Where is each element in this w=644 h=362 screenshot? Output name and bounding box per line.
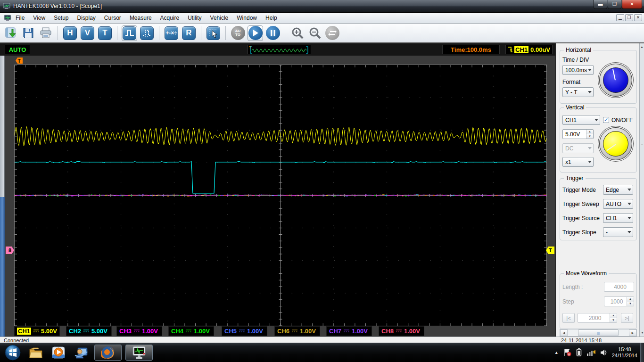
trigger-level-marker[interactable]: T xyxy=(546,247,554,254)
menu-item-file[interactable]: File xyxy=(11,13,29,23)
vertical-knob[interactable] xyxy=(599,127,632,160)
zoom-out-button[interactable] xyxy=(307,25,322,41)
channel-onoff-checkbox[interactable]: ✓ xyxy=(603,117,609,123)
trigger-slope-select[interactable]: - xyxy=(603,227,633,237)
scrollbar-grip-icon[interactable]: ≡ xyxy=(640,143,644,146)
app-status-bar: Connected 24-11-2014 15:48 xyxy=(0,337,644,343)
channel-label-ch3[interactable]: CH31.00V xyxy=(116,326,162,336)
menu-item-utility[interactable]: Utility xyxy=(183,13,206,23)
mdi-restore-button[interactable]: ❐ xyxy=(625,14,633,21)
scrollbar-thumb[interactable]: ||| xyxy=(578,329,619,336)
left-scrollbar[interactable] xyxy=(0,56,5,337)
trigger-source-select[interactable]: CH1 xyxy=(603,213,633,223)
scroll-up-arrow-icon[interactable]: ▲ xyxy=(640,45,644,49)
menu-item-measure[interactable]: Measure xyxy=(125,13,156,23)
show-desktop-button[interactable] xyxy=(640,343,644,362)
maximize-button[interactable]: ❐ xyxy=(608,0,621,9)
menu-item-view[interactable]: View xyxy=(29,13,50,23)
dc-coupling-icon xyxy=(292,329,297,333)
minimize-button[interactable]: ▬ xyxy=(594,0,607,9)
vertical-channel-select[interactable]: CH1 xyxy=(562,115,600,125)
battery-icon[interactable] xyxy=(576,348,582,356)
horizontal-panel-button[interactable]: H xyxy=(62,25,78,41)
channel-label-ch7[interactable]: CH71.00V xyxy=(326,326,372,336)
dropdown-arrow-icon xyxy=(627,217,631,221)
taskbar-messenger-button[interactable] xyxy=(72,345,91,361)
coupling-select[interactable]: DC xyxy=(562,143,594,153)
ch8-ground-marker[interactable]: 8 xyxy=(6,247,14,254)
refresh-button[interactable] xyxy=(324,25,340,41)
menu-item-help[interactable]: Help xyxy=(261,13,281,23)
trigger-mode-select[interactable]: Edge xyxy=(603,185,633,195)
move-first-button[interactable]: |< xyxy=(562,313,575,323)
trigger-panel-button[interactable]: T xyxy=(97,25,113,41)
channel-label-ch6[interactable]: CH61.00V xyxy=(274,326,320,336)
digital-mode-button[interactable] xyxy=(139,25,155,41)
vertical-panel-button[interactable]: V xyxy=(80,25,95,41)
menu-item-vehicle[interactable]: Vehicle xyxy=(206,13,233,23)
trigger-time-marker[interactable]: T xyxy=(16,58,23,64)
open-button[interactable] xyxy=(3,25,18,41)
probe-select[interactable]: x1 xyxy=(562,157,594,167)
v-letter-icon: V xyxy=(81,26,94,40)
menu-item-acquire[interactable]: Acquire xyxy=(156,13,184,23)
hidden-icons-arrow-icon[interactable]: ▲ xyxy=(554,350,559,355)
scroll-left-arrow-icon[interactable]: ◄ xyxy=(560,329,568,336)
spinner-arrows-icon[interactable]: ▲▼ xyxy=(586,130,593,139)
close-button[interactable]: ✕ xyxy=(622,0,642,9)
channel-name: CH6 xyxy=(277,328,289,335)
taskbar-mediaplayer-button[interactable] xyxy=(49,345,68,361)
scroll-right-arrow-icon[interactable]: ► xyxy=(629,329,636,336)
spinner-arrows-icon[interactable]: ▲▼ xyxy=(627,297,634,306)
taskbar-hantek-button[interactable] xyxy=(125,345,153,361)
action-center-flag-icon[interactable]: x xyxy=(563,348,571,356)
dropdown-arrow-icon xyxy=(588,91,592,95)
waveform-preview[interactable]: T xyxy=(248,45,311,54)
time-div-select[interactable]: 100.0ms xyxy=(562,65,594,75)
channel-label-ch1[interactable]: CH15.00V xyxy=(14,326,60,336)
run-button[interactable] xyxy=(248,25,263,41)
left-scrollbar-thumb[interactable] xyxy=(0,197,5,337)
math-button[interactable]: +-×÷ xyxy=(164,25,179,41)
speaker-icon[interactable] xyxy=(600,349,607,356)
channel-label-ch5[interactable]: CH51.00V xyxy=(222,326,267,336)
channel-name: CH5 xyxy=(224,328,237,335)
channel-volts: 5.00V xyxy=(91,328,107,335)
right-scrollbar[interactable]: ▲ ≡ ▼ xyxy=(639,43,644,337)
length-field[interactable]: 4000 xyxy=(604,282,634,292)
format-select[interactable]: Y - T xyxy=(562,87,594,97)
taskbar-clock[interactable]: 15:48 24/11/2014 xyxy=(612,346,637,359)
reference-button[interactable]: R xyxy=(181,25,197,41)
position-spinner[interactable]: 2000▲▼ xyxy=(578,313,617,323)
scroll-down-arrow-icon[interactable]: ▼ xyxy=(641,331,644,334)
menu-item-setup[interactable]: Setup xyxy=(50,13,73,23)
menu-item-window[interactable]: Window xyxy=(232,13,261,23)
save-button[interactable] xyxy=(20,25,36,41)
waveform-preview-svg: T xyxy=(248,45,311,54)
waveform-mode-button[interactable] xyxy=(122,25,137,41)
start-button[interactable] xyxy=(3,344,23,362)
autoset-button[interactable]: AUTO xyxy=(230,25,246,41)
panel-horizontal-scrollbar[interactable]: ◄ ||| ► xyxy=(560,329,637,337)
scope-plot[interactable] xyxy=(14,65,547,326)
channel-label-ch8[interactable]: CH81.00V xyxy=(379,326,424,336)
channel-label-ch2[interactable]: CH25.00V xyxy=(66,326,112,336)
volts-div-spinner[interactable]: 5.00V▲▼ xyxy=(562,129,594,139)
taskbar-explorer-button[interactable] xyxy=(26,345,45,361)
step-spinner[interactable]: 1000▲▼ xyxy=(604,296,634,306)
cursor-measure-button[interactable] xyxy=(206,25,221,41)
menu-item-display[interactable]: Display xyxy=(73,13,100,23)
zoom-in-button[interactable] xyxy=(289,25,305,41)
spinner-arrows-icon[interactable]: ▲▼ xyxy=(610,313,617,322)
trigger-sweep-select[interactable]: AUTO xyxy=(603,199,633,209)
print-button[interactable] xyxy=(38,25,53,41)
network-icon[interactable]: ✱ xyxy=(586,348,595,356)
mdi-minimize-button[interactable]: ▁ xyxy=(616,14,624,21)
mdi-close-button[interactable]: ✕ xyxy=(634,14,642,21)
pause-button[interactable] xyxy=(265,25,281,41)
move-last-button[interactable]: >| xyxy=(621,313,633,323)
horizontal-knob[interactable] xyxy=(599,64,632,97)
channel-label-ch4[interactable]: CH41.00V xyxy=(168,326,214,336)
taskbar-firefox-button[interactable] xyxy=(94,345,122,361)
menu-item-cursor[interactable]: Cursor xyxy=(100,13,125,23)
